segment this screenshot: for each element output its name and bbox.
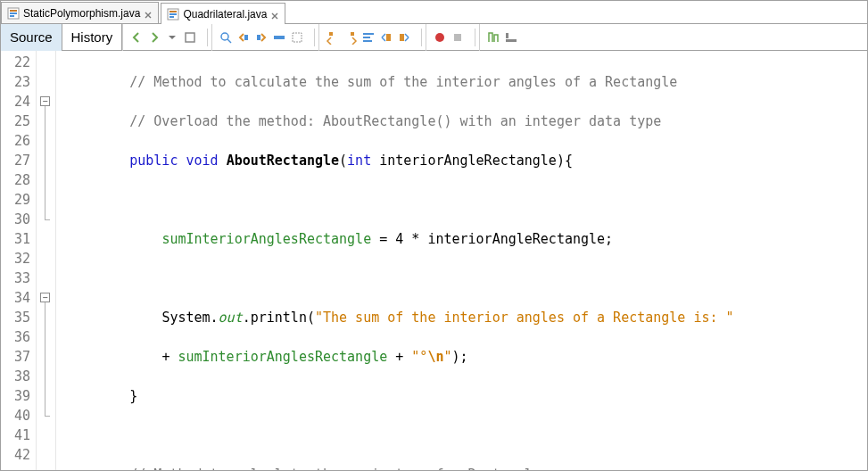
close-icon[interactable] [144, 9, 153, 18]
svg-rect-15 [363, 37, 370, 38]
nav-fwd-icon[interactable] [146, 29, 162, 45]
code-comment: // Method to calculate the perimeter of … [129, 467, 541, 470]
toolbar-group-indent [318, 24, 417, 51]
svg-rect-14 [363, 33, 374, 35]
format-icon[interactable] [360, 29, 376, 45]
string: " [443, 349, 451, 365]
find-prev-icon[interactable] [236, 29, 252, 45]
java-file-icon [7, 7, 20, 20]
code-area[interactable]: // Method to calculate the sum of the in… [56, 51, 867, 470]
file-tab-label: Quadrilateral.java [183, 8, 267, 21]
editor-toolbar: Source History [1, 24, 867, 51]
string: "° [411, 349, 427, 365]
svg-rect-10 [244, 35, 248, 40]
toggle-hl-icon[interactable] [271, 29, 287, 45]
sys: System. [161, 310, 218, 326]
fold-gutter: −− [37, 51, 56, 470]
line-number-gutter: 2223242526272829303132333435363738394041… [1, 51, 37, 470]
string: "The sum of the interior angles of a Rec… [315, 310, 734, 326]
toolbar-separator [421, 29, 422, 46]
svg-rect-6 [169, 13, 177, 15]
code-comment: // Method to calculate the sum of the in… [129, 74, 677, 90]
method-name: AboutRectangle [227, 153, 339, 169]
tab-history[interactable]: History [62, 24, 123, 51]
svg-rect-11 [257, 35, 260, 40]
nav-back-icon[interactable] [128, 29, 145, 45]
file-tab-staticpoly[interactable]: StaticPolymorphism.java [1, 2, 159, 23]
find-next-icon[interactable] [253, 29, 269, 45]
record-start-icon[interactable] [450, 29, 466, 45]
toolbar-group-find [211, 24, 310, 51]
toolbar-separator [475, 29, 475, 46]
shift-right-icon[interactable] [343, 29, 359, 45]
kw-void: void [186, 153, 218, 169]
toggle-rect-icon[interactable] [289, 29, 305, 45]
field: sumInteriorAnglesRectangle [161, 231, 371, 247]
file-tab-quadrilateral[interactable]: Quadrilateral.java [161, 3, 285, 24]
ruler-icon[interactable] [503, 29, 519, 45]
tab-source[interactable]: Source [1, 24, 62, 51]
svg-rect-13 [293, 33, 302, 42]
expr: = 4 * interiorAngleRectangle; [371, 231, 613, 247]
svg-rect-8 [186, 33, 194, 42]
toolbar-separator [207, 29, 208, 46]
comment-icon[interactable] [378, 29, 394, 45]
brace: } [129, 388, 137, 404]
svg-rect-12 [274, 36, 285, 39]
toolbar-group-nav [122, 24, 203, 51]
svg-rect-21 [506, 39, 517, 42]
paren: ); [452, 349, 468, 365]
java-file-icon [167, 8, 179, 21]
svg-rect-16 [363, 40, 372, 42]
uncomment-icon[interactable] [396, 29, 412, 45]
field: sumInteriorAnglesRectangle [178, 349, 387, 365]
record-stop-icon[interactable] [432, 29, 448, 45]
tab-source-label: Source [10, 29, 53, 45]
svg-rect-3 [10, 15, 14, 17]
svg-point-9 [221, 33, 228, 40]
dropdown-icon[interactable] [164, 29, 180, 45]
out: out [219, 310, 243, 326]
svg-rect-20 [454, 34, 461, 41]
svg-rect-18 [400, 34, 404, 41]
params: interiorAngleRectangle){ [371, 153, 573, 169]
shift-left-icon[interactable] [325, 29, 341, 45]
escape: \n [427, 349, 443, 365]
svg-rect-1 [10, 10, 17, 12]
svg-rect-22 [506, 33, 508, 38]
toolbar-separator [314, 29, 315, 46]
kw-int: int [347, 153, 371, 169]
println: .println( [243, 310, 315, 326]
code-comment: // Overload the method: AboutRectangle()… [129, 113, 661, 129]
bookmarks-icon[interactable] [485, 29, 501, 45]
toolbar-group-macro [426, 24, 471, 51]
close-icon[interactable] [270, 10, 279, 19]
svg-point-19 [435, 33, 444, 42]
svg-rect-17 [386, 34, 391, 41]
file-tab-label: StaticPolymorphism.java [23, 7, 140, 20]
toolbar-group-view [479, 24, 525, 51]
file-tab-bar: StaticPolymorphism.java Quadrilateral.ja… [1, 1, 867, 24]
box-icon[interactable] [182, 29, 198, 45]
tab-history-label: History [71, 29, 113, 45]
plus: + [387, 349, 411, 365]
svg-rect-2 [10, 12, 17, 14]
code-editor[interactable]: 2223242526272829303132333435363738394041… [1, 51, 867, 470]
svg-rect-7 [169, 16, 174, 18]
plus: + [161, 349, 178, 365]
find-sel-icon[interactable] [218, 29, 234, 45]
kw-public: public [129, 153, 178, 169]
svg-rect-5 [169, 11, 177, 12]
